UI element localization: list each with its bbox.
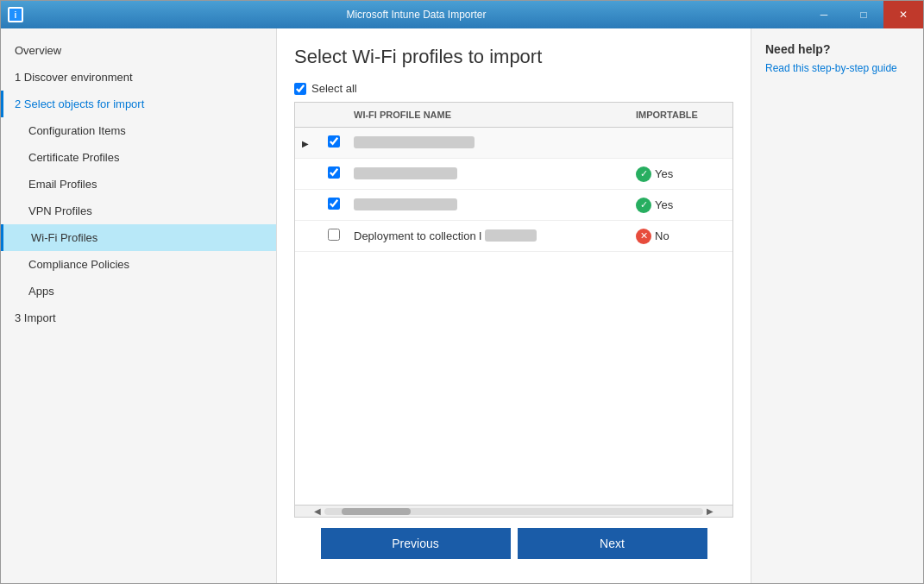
status-yes-3: ✓ Yes — [636, 198, 726, 213]
close-button[interactable]: ✕ — [883, 1, 923, 28]
app-icon: i — [8, 7, 23, 22]
row-name-1 — [347, 131, 629, 154]
yes-icon-3: ✓ — [636, 198, 651, 213]
window-title: Microsoft Intune Data Importer — [28, 9, 804, 21]
row-check-3[interactable] — [328, 198, 340, 210]
help-panel: Need help? Read this step-by-step guide — [751, 28, 923, 583]
sidebar-item-cert-profiles[interactable]: Certificate Profiles — [1, 144, 276, 171]
scrollbar-thumb[interactable] — [342, 508, 411, 515]
select-all-label: Select all — [311, 82, 357, 95]
row-expand-3 — [295, 200, 321, 210]
sidebar-item-email-profiles[interactable]: Email Profiles — [1, 171, 276, 198]
sidebar-item-wifi-profiles[interactable]: Wi-Fi Profiles — [1, 224, 276, 251]
row-checkbox[interactable] — [321, 130, 347, 155]
table-body: ▶ — [295, 128, 732, 505]
row-importable-2: ✓ Yes — [629, 161, 732, 187]
window-controls: ─ □ ✕ — [804, 1, 923, 28]
scroll-left-arrow[interactable]: ◀ — [311, 506, 324, 516]
title-bar: i Microsoft Intune Data Importer ─ □ ✕ — [1, 1, 923, 28]
sidebar-item-vpn-profiles[interactable]: VPN Profiles — [1, 198, 276, 224]
row-expand-4 — [295, 231, 321, 242]
table-row: ✓ Yes — [295, 159, 732, 190]
sidebar-item-discover[interactable]: 1 Discover environment — [1, 64, 276, 91]
previous-button[interactable]: Previous — [321, 528, 511, 559]
th-expand — [295, 110, 321, 120]
row-name-4: Deployment to collection l — [347, 224, 629, 248]
row-checkbox-3[interactable] — [321, 192, 347, 217]
horizontal-scrollbar[interactable]: ◀ ▶ — [295, 505, 732, 517]
status-yes-2: ✓ Yes — [636, 166, 726, 182]
help-title: Need help? — [765, 42, 909, 56]
th-check — [321, 110, 347, 120]
row-importable-3: ✓ Yes — [629, 192, 732, 218]
scrollbar-track[interactable] — [324, 508, 703, 515]
table-header: WI-FI PROFILE NAME IMPORTABLE — [295, 103, 732, 128]
row-expand[interactable]: ▶ — [295, 131, 321, 154]
yes-icon-2: ✓ — [636, 166, 651, 182]
row-check-4[interactable] — [328, 229, 340, 241]
row-checkbox-4[interactable] — [321, 223, 347, 248]
table-row: Deployment to collection l ✕ No — [295, 221, 732, 252]
sidebar-item-overview[interactable]: Overview — [1, 37, 276, 64]
status-no-4: ✕ No — [636, 229, 726, 244]
sidebar-item-import[interactable]: 3 Import — [1, 305, 276, 331]
wifi-profiles-table: WI-FI PROFILE NAME IMPORTABLE ▶ — [294, 102, 733, 518]
no-icon-4: ✕ — [636, 229, 651, 244]
row-name-3 — [347, 193, 629, 217]
help-link[interactable]: Read this step-by-step guide — [765, 62, 897, 74]
sidebar-item-config-items[interactable]: Configuration Items — [1, 117, 276, 144]
blurred-name-suffix-4 — [485, 229, 537, 242]
minimize-button[interactable]: ─ — [804, 1, 844, 28]
sidebar-item-compliance-policies[interactable]: Compliance Policies — [1, 251, 276, 278]
main-content: Select Wi-Fi profiles to import Select a… — [277, 28, 751, 583]
collapse-arrow-icon: ▶ — [302, 139, 309, 148]
row-checkbox-2[interactable] — [321, 161, 347, 186]
blurred-name-1 — [354, 136, 475, 148]
row-name-2 — [347, 162, 629, 185]
sidebar-item-select-objects[interactable]: 2 Select objects for import — [1, 91, 276, 117]
restore-button[interactable]: □ — [844, 1, 883, 28]
row-importable-4: ✕ No — [629, 223, 732, 249]
app-window: i Microsoft Intune Data Importer ─ □ ✕ O… — [0, 0, 924, 584]
blurred-name-2 — [354, 167, 457, 179]
scroll-right-arrow[interactable]: ▶ — [703, 506, 717, 516]
row-check-2[interactable] — [328, 166, 340, 179]
row-expand-2 — [295, 169, 321, 179]
next-button[interactable]: Next — [518, 528, 707, 559]
th-profile-name: WI-FI PROFILE NAME — [347, 110, 629, 120]
th-importable: IMPORTABLE — [629, 110, 732, 120]
table-row: ✓ Yes — [295, 190, 732, 221]
row-importable-1 — [629, 138, 732, 148]
select-all-checkbox[interactable] — [294, 83, 306, 95]
blurred-name-3 — [354, 198, 457, 210]
row-check-1[interactable] — [328, 135, 340, 148]
page-title: Select Wi-Fi profiles to import — [294, 46, 733, 68]
sidebar-item-apps[interactable]: Apps — [1, 278, 276, 305]
select-all-row: Select all — [294, 82, 733, 95]
content-area: Overview 1 Discover environment 2 Select… — [1, 28, 923, 583]
bottom-buttons: Previous Next — [294, 518, 733, 566]
sidebar: Overview 1 Discover environment 2 Select… — [1, 28, 277, 583]
table-row: ▶ — [295, 128, 732, 159]
